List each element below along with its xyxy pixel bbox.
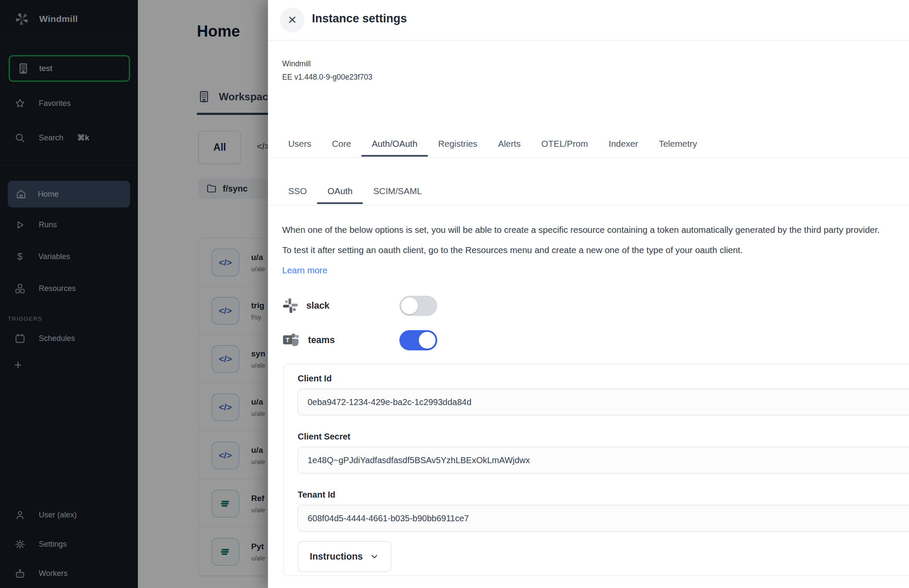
toggle-knob (419, 332, 436, 349)
description-line-2: To test it after setting an oauth client… (282, 240, 909, 260)
close-icon: × (288, 12, 297, 27)
instance-app-name: Windmill (282, 59, 311, 68)
provider-name: slack (306, 300, 330, 311)
settings-tabs: Users Core Auth/OAuth Registries Alerts … (278, 134, 707, 157)
chevron-down-icon (370, 552, 379, 561)
client-secret-input[interactable] (298, 447, 909, 473)
close-button[interactable]: × (280, 8, 305, 32)
tenant-id-input[interactable] (298, 505, 909, 532)
tab-users[interactable]: Users (278, 134, 322, 157)
slack-toggle[interactable] (399, 296, 437, 316)
tab-indexer[interactable]: Indexer (598, 134, 648, 157)
provider-name: teams (308, 335, 335, 346)
teams-toggle[interactable] (399, 330, 437, 350)
tab-core[interactable]: Core (322, 134, 361, 157)
subtab-scim-saml[interactable]: SCIM/SAML (363, 182, 432, 204)
instance-settings-drawer: × Instance settings Windmill EE v1.448.0… (268, 0, 909, 588)
drawer-title: Instance settings (312, 12, 407, 25)
toggle-knob (401, 297, 418, 314)
tabs-bottom-border (268, 158, 909, 158)
auth-subtabs: SSO OAuth SCIM/SAML (278, 182, 432, 204)
tab-auth-oauth[interactable]: Auth/OAuth (361, 134, 428, 157)
provider-row-slack: slack (282, 294, 756, 317)
svg-text:T: T (286, 337, 290, 344)
tab-registries[interactable]: Registries (428, 134, 488, 157)
oauth-description: When one of the below options is set, yo… (282, 220, 909, 275)
tab-alerts[interactable]: Alerts (488, 134, 531, 157)
learn-more-link[interactable]: Learn more (282, 265, 327, 275)
client-secret-label: Client Secret (298, 432, 909, 442)
provider-row-teams: T teams (282, 329, 756, 351)
subtab-sso[interactable]: SSO (278, 182, 317, 204)
oauth-providers: slack T teams (282, 294, 756, 363)
description-line-1: When one of the below options is set, yo… (282, 220, 909, 240)
tenant-id-label: Tenant Id (298, 490, 909, 500)
client-id-label: Client Id (298, 374, 909, 384)
subtab-oauth[interactable]: OAuth (317, 182, 363, 204)
instructions-button[interactable]: Instructions (298, 541, 391, 572)
subtabs-bottom-border (268, 205, 909, 205)
slack-icon (282, 297, 299, 314)
client-id-input[interactable] (298, 389, 909, 415)
instructions-label: Instructions (310, 551, 363, 562)
teams-icon: T (282, 332, 300, 348)
tab-telemetry[interactable]: Telemetry (648, 134, 707, 157)
instance-version: EE v1.448.0-9-g00e23f703 (282, 73, 372, 82)
tab-otel-prom[interactable]: OTEL/Prom (531, 134, 598, 157)
drawer-header-divider (268, 40, 909, 40)
teams-oauth-form: Client Id Client Secret Tenant Id Instru… (283, 364, 909, 576)
